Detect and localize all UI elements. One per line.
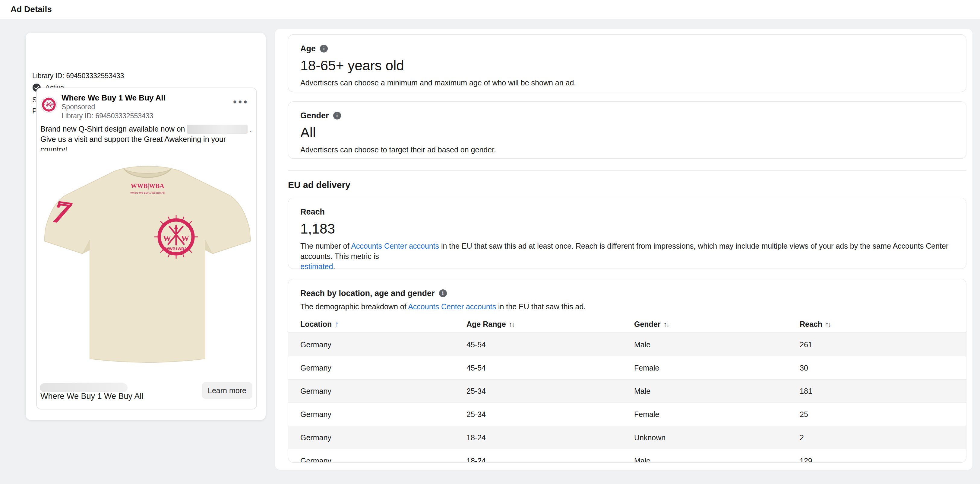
reach-breakdown-info-icon[interactable]: i <box>439 289 447 297</box>
blurred-domain-bar <box>40 383 127 392</box>
accounts-center-link[interactable]: Accounts Center accounts <box>351 242 439 250</box>
ad-page-name[interactable]: Where We Buy 1 We Buy All <box>62 93 165 102</box>
age-title: Age <box>300 44 316 53</box>
table-header-row: Location↑ Age Range↑↓ Gender↑↓ Reach↑↓ <box>288 316 966 333</box>
table-row[interactable]: Germany18-24 Unknown2 <box>288 426 966 449</box>
shirt-collar-subtext: Where We Buy 1 We Buy All <box>130 191 165 194</box>
column-header-reach[interactable]: Reach↑↓ <box>800 320 966 329</box>
svg-text:W: W <box>46 103 49 107</box>
sponsored-label: Sponsored <box>62 103 95 111</box>
ad-library-id: Library ID: 694503332553433 <box>62 112 153 120</box>
sort-both-icon: ↑↓ <box>825 321 831 328</box>
ad-creative-image[interactable]: WWB|WBA Where We Buy 1 We Buy All 7 <box>37 150 257 383</box>
eu-ad-delivery-heading: EU ad delivery <box>288 179 350 191</box>
age-value: 18-65+ years old <box>300 56 954 75</box>
age-section-card: Age i 18-65+ years old Advertisers can c… <box>288 34 966 92</box>
section-divider <box>288 170 966 171</box>
gender-value: All <box>300 123 954 142</box>
column-header-gender[interactable]: Gender↑↓ <box>634 320 800 329</box>
reach-description: The number of Accounts Center accounts i… <box>300 241 954 272</box>
table-row[interactable]: Germany18-24 Male129 <box>288 449 966 463</box>
page-title: Ad Details <box>11 5 52 14</box>
table-row[interactable]: Germany25-34 Female25 <box>288 403 966 426</box>
ad-preview-card: W W Where We Buy 1 We Buy All Sponsored … <box>36 88 257 409</box>
sort-both-icon: ↑↓ <box>664 321 669 328</box>
reach-breakdown-subtitle: The demographic breakdown of Accounts Ce… <box>300 302 966 312</box>
gender-info-icon[interactable]: i <box>333 112 341 120</box>
reach-breakdown-title: Reach by location, age and gender <box>300 289 435 298</box>
column-header-age-range[interactable]: Age Range↑↓ <box>466 320 634 329</box>
library-id-text: Library ID: 694503332553433 <box>32 72 124 80</box>
shirt-collar-text: WWB|WBA <box>131 182 165 190</box>
ad-footer-page-name: Where We Buy 1 We Buy All <box>40 392 143 401</box>
gender-description: Advertisers can choose to target their a… <box>300 145 954 155</box>
sort-both-icon: ↑↓ <box>509 321 514 328</box>
ad-summary-card: Library ID: 694503332553433 Active Start… <box>25 33 266 420</box>
top-bar: Ad Details <box>0 0 980 19</box>
accounts-center-link-2[interactable]: Accounts Center accounts <box>408 302 496 311</box>
gender-section-card: Gender i All Advertisers can choose to t… <box>288 101 966 159</box>
learn-more-button[interactable]: Learn more <box>202 382 252 399</box>
age-description: Advertisers can choose a minimum and max… <box>300 78 954 88</box>
ad-body-text: Brand new Q-Shirt design available now o… <box>40 124 253 155</box>
gender-title: Gender <box>300 111 329 120</box>
sort-ascending-icon: ↑ <box>335 319 339 329</box>
reach-title: Reach <box>300 207 325 217</box>
reach-section-card: Reach 1,183 The number of Accounts Cente… <box>288 198 966 269</box>
ad-details-panel: Age i 18-65+ years old Advertisers can c… <box>275 29 972 470</box>
page-avatar[interactable]: W W <box>41 97 57 113</box>
estimated-link[interactable]: estimated <box>300 262 333 271</box>
page-avatar-logo: W W <box>41 97 57 113</box>
svg-text:W: W <box>50 103 53 107</box>
table-row[interactable]: Germany45-54 Male261 <box>288 333 966 356</box>
reach-breakdown-card: Reach by location, age and gender i The … <box>288 279 966 463</box>
svg-text:W: W <box>163 234 171 243</box>
svg-text:WWB1WBA: WWB1WBA <box>165 246 187 251</box>
blurred-url-chip <box>187 125 248 134</box>
table-row[interactable]: Germany25-34 Male181 <box>288 379 966 403</box>
table-row[interactable]: Germany45-54 Female30 <box>288 356 966 379</box>
more-options-icon[interactable]: ●●● <box>233 98 248 105</box>
column-header-location[interactable]: Location↑ <box>300 319 466 329</box>
svg-text:W: W <box>181 234 189 243</box>
tshirt-shape <box>45 166 251 363</box>
reach-value: 1,183 <box>300 220 954 238</box>
age-info-icon[interactable]: i <box>320 45 328 53</box>
